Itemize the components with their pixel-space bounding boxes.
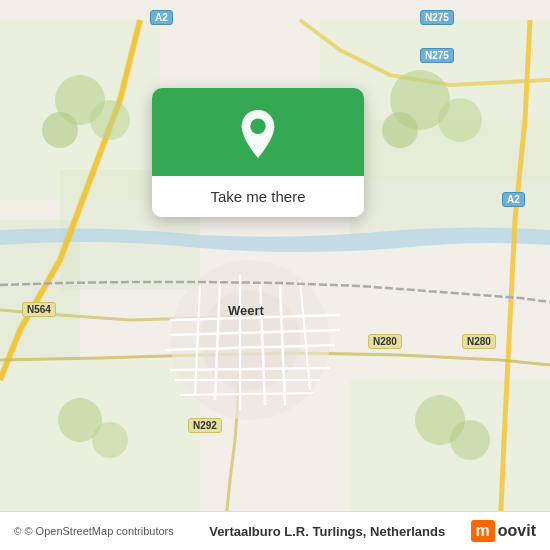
- svg-point-23: [90, 100, 130, 140]
- svg-point-26: [438, 98, 482, 142]
- popup-header: [152, 88, 364, 176]
- road-label-a2-right: A2: [502, 192, 525, 207]
- moovit-m-badge: m: [471, 520, 495, 542]
- road-label-n275-top: N275: [420, 10, 454, 25]
- place-name: Vertaalburo L.R. Turlings, Netherlands: [184, 524, 471, 539]
- road-label-a2-top: A2: [150, 10, 173, 25]
- location-pin-icon: [236, 108, 280, 160]
- moovit-logo: moovit: [471, 520, 536, 542]
- road-label-n292: N292: [188, 418, 222, 433]
- road-label-n275-mid: N275: [420, 48, 454, 63]
- city-label-weert: Weert: [228, 303, 264, 318]
- attribution: © © OpenStreetMap contributors: [14, 525, 174, 537]
- svg-point-31: [450, 420, 490, 460]
- svg-point-27: [382, 112, 418, 148]
- svg-point-29: [92, 422, 128, 458]
- take-me-there-button[interactable]: Take me there: [152, 176, 364, 217]
- popup-card: Take me there: [152, 88, 364, 217]
- svg-point-32: [250, 119, 265, 134]
- moovit-text: oovit: [498, 522, 536, 540]
- svg-point-24: [42, 112, 78, 148]
- road-label-n280-far-right: N280: [462, 334, 496, 349]
- bottom-bar: © © OpenStreetMap contributors Vertaalbu…: [0, 511, 550, 550]
- map-svg: [0, 0, 550, 550]
- road-label-n564: N564: [22, 302, 56, 317]
- road-label-n280-right: N280: [368, 334, 402, 349]
- map-container: A2 N275 N275 A2 N564 N280 N280 N292 Weer…: [0, 0, 550, 550]
